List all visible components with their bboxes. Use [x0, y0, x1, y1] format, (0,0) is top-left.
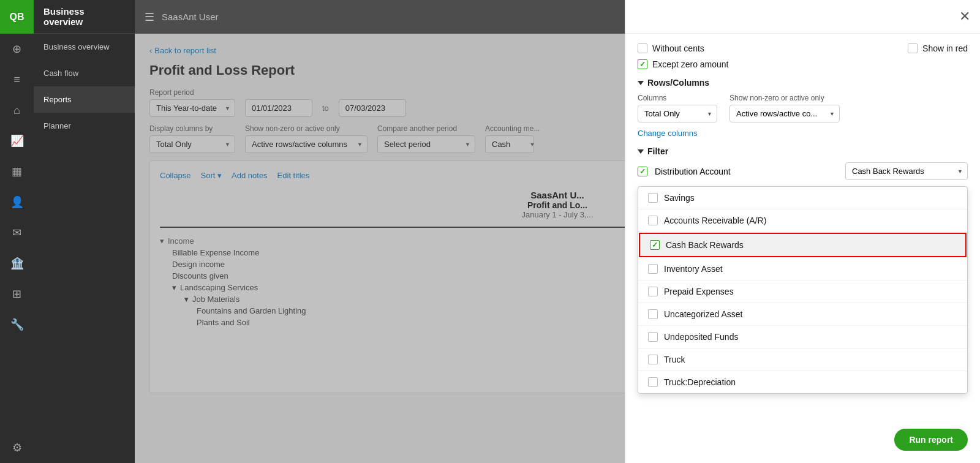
without-cents-checkbox[interactable]	[638, 43, 647, 53]
dropdown-item-cash-back-rewards[interactable]: Cash Back Rewards	[639, 233, 967, 257]
distribution-account-checkbox[interactable]	[638, 167, 647, 176]
nav-panel: Business overview Business overview Cash…	[34, 0, 135, 463]
except-zero-checkbox[interactable]	[638, 59, 647, 69]
inventory-asset-checkbox[interactable]	[648, 264, 658, 274]
sidebar-item-cash-flow[interactable]: Cash flow	[34, 60, 135, 86]
app-logo[interactable]: QB	[0, 0, 34, 34]
show-nonzero-col-label: Show non-zero or active only	[729, 94, 840, 102]
prepaid-expenses-checkbox[interactable]	[648, 287, 658, 296]
except-zero-row: Except zero amount	[638, 59, 968, 69]
sidebar-icon-inbox[interactable]: ✉	[0, 217, 34, 248]
without-cents-option[interactable]: Without cents	[638, 43, 704, 53]
close-button[interactable]: ✕	[959, 10, 970, 23]
distribution-account-row: Distribution Account Cash Back Rewards	[638, 162, 968, 180]
sidebar-icon-settings[interactable]: ⚙	[0, 432, 34, 463]
show-in-red-option[interactable]: Show in red	[908, 43, 968, 53]
dropdown-item-savings[interactable]: Savings	[638, 187, 967, 209]
nav-panel-title: Business overview	[34, 0, 135, 34]
columns-label: Columns	[638, 94, 717, 102]
without-cents-label: Without cents	[652, 43, 704, 53]
sidebar-item-business-overview[interactable]: Business overview	[34, 34, 135, 60]
settings-header: ✕	[625, 0, 980, 34]
cash-back-rewards-checkbox[interactable]	[650, 240, 660, 250]
dropdown-item-undeposited-funds[interactable]: Undeposited Funds	[638, 326, 967, 348]
sidebar-item-reports[interactable]: Reports	[34, 86, 135, 113]
truck-depreciation-checkbox[interactable]	[648, 377, 658, 387]
rows-columns-section-title: Rows/Columns	[638, 78, 968, 88]
sidebar-item-planner[interactable]: Planner	[34, 113, 135, 139]
show-in-red-label: Show in red	[922, 43, 968, 53]
rows-columns-expand-icon	[638, 81, 644, 85]
dropdown-item-prepaid-expenses[interactable]: Prepaid Expenses	[638, 280, 967, 303]
sidebar-icon-menu[interactable]: ≡	[0, 64, 34, 95]
columns-grid: Columns Total Only Show non-zero or acti…	[638, 94, 968, 122]
settings-body: Without cents Show in red Except zero am…	[625, 34, 980, 463]
sidebar-icon-home[interactable]: ⊕	[0, 34, 34, 64]
show-nonzero-col-group: Show non-zero or active only Active rows…	[729, 94, 840, 122]
settings-panel: ✕ Without cents Show in red Except zero …	[625, 0, 980, 463]
show-nonzero-col-select[interactable]: Active rows/active co...	[729, 105, 840, 122]
except-zero-option[interactable]: Except zero amount	[638, 59, 729, 69]
columns-col-group: Columns Total Only	[638, 94, 717, 122]
sidebar-icon-table[interactable]: ▦	[0, 156, 34, 187]
filter-expand-icon	[638, 149, 644, 154]
run-report-button[interactable]: Run report	[894, 429, 968, 451]
distribution-account-select[interactable]: Cash Back Rewards	[845, 162, 968, 180]
sidebar-icon-chart[interactable]: 📈	[0, 126, 34, 156]
sidebar-icon-grid[interactable]: ⊞	[0, 279, 34, 309]
dropdown-item-accounts-receivable[interactable]: Accounts Receivable (A/R)	[638, 209, 967, 232]
dropdown-item-truck-depreciation[interactable]: Truck:Depreciation	[638, 371, 967, 393]
change-columns-link[interactable]: Change columns	[638, 129, 968, 138]
show-in-red-checkbox[interactable]	[908, 43, 918, 53]
dropdown-item-inventory-asset[interactable]: Inventory Asset	[638, 258, 967, 280]
undeposited-funds-checkbox[interactable]	[648, 332, 658, 342]
sidebar: QB ⊕ ≡ ⌂ 📈 ▦ 👤 ✉ 🏦 ⊞ 🔧 ⚙	[0, 0, 34, 463]
distribution-account-dropdown: Savings Accounts Receivable (A/R) Cash B…	[638, 186, 968, 394]
accounts-receivable-checkbox[interactable]	[648, 216, 658, 225]
distribution-account-label: Distribution Account	[655, 167, 731, 176]
except-zero-label: Except zero amount	[652, 59, 729, 69]
savings-checkbox[interactable]	[648, 193, 658, 203]
sidebar-icon-dashboard[interactable]: ⌂	[0, 95, 34, 126]
columns-select[interactable]: Total Only	[638, 105, 717, 122]
top-options-row: Without cents Show in red	[638, 43, 968, 53]
dropdown-item-truck[interactable]: Truck	[638, 348, 967, 371]
sidebar-icon-tools[interactable]: 🔧	[0, 309, 34, 340]
sidebar-icon-contacts[interactable]: 👤	[0, 187, 34, 217]
uncategorized-asset-checkbox[interactable]	[648, 309, 658, 319]
filter-section-title: Filter	[638, 146, 968, 156]
dropdown-item-uncategorized-asset[interactable]: Uncategorized Asset	[638, 303, 967, 326]
sidebar-icon-bank[interactable]: 🏦	[0, 248, 34, 279]
truck-checkbox[interactable]	[648, 355, 658, 364]
